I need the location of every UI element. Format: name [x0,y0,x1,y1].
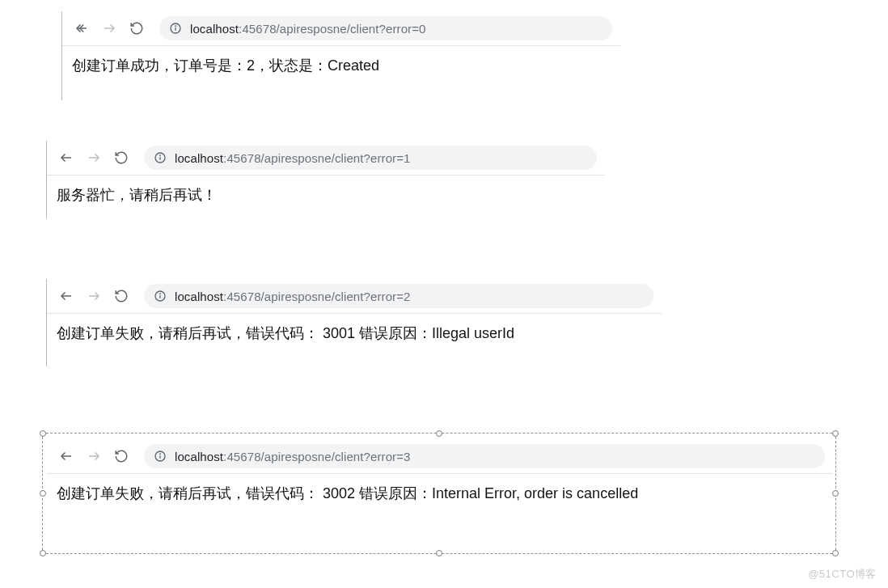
arrow-right-icon [102,21,116,36]
back-button[interactable] [55,445,78,467]
forward-button[interactable] [98,17,121,40]
arrow-left-icon [59,150,74,165]
resize-handle-icon[interactable] [436,550,442,556]
arrow-right-icon [87,150,101,165]
url-path: :45678/apiresposne/client?error=2 [223,290,410,303]
url-host: localhost [190,22,239,36]
browser-panel: localhost:45678/apiresposne/client?error… [47,141,605,222]
site-info-icon[interactable] [154,450,167,463]
url-path: :45678/apiresposne/client?error=0 [239,22,425,36]
resize-handle-icon[interactable] [832,550,839,556]
browser-panel: localhost:45678/apiresposne/client?error… [62,11,620,92]
url-text: localhost:45678/apiresposne/client?error… [175,450,410,463]
reload-button[interactable] [110,445,133,467]
address-bar[interactable]: localhost:45678/apiresposne/client?error… [144,146,597,170]
back-button[interactable] [55,285,78,307]
browser-toolbar: localhost:45678/apiresposne/client?error… [47,279,662,313]
reload-button[interactable] [110,285,133,307]
response-body: 创建订单成功，订单号是：2，状态是：Created [62,46,620,92]
back-button[interactable] [55,146,78,169]
browser-toolbar: localhost:45678/apiresposne/client?error… [47,439,833,473]
resize-handle-icon[interactable] [832,490,839,497]
url-host: localhost [175,151,223,165]
arrow-left-icon [74,21,89,36]
address-bar[interactable]: localhost:45678/apiresposne/client?error… [144,444,825,468]
arrow-right-icon [87,289,101,303]
response-body: 服务器忙，请稍后再试！ [47,176,605,222]
browser-panel: localhost:45678/apiresposne/client?error… [47,279,662,360]
panel-left-border [46,141,47,218]
reload-icon [114,289,129,303]
url-path: :45678/apiresposne/client?error=1 [223,151,410,165]
address-bar[interactable]: localhost:45678/apiresposne/client?error… [159,16,612,40]
arrow-right-icon [87,449,101,463]
svg-point-4 [175,26,176,27]
reload-icon [114,150,129,165]
url-text: localhost:45678/apiresposne/client?error… [175,290,410,303]
browser-panel: localhost:45678/apiresposne/client?error… [47,439,833,520]
url-host: localhost [175,290,223,303]
resize-handle-icon[interactable] [40,430,46,437]
reload-icon [129,21,144,36]
reload-button[interactable] [110,146,133,169]
arrow-left-icon [59,449,74,463]
reload-button[interactable] [125,17,148,40]
panel-left-border [61,11,62,100]
browser-toolbar: localhost:45678/apiresposne/client?error… [62,11,620,45]
forward-button[interactable] [82,285,105,307]
site-info-icon[interactable] [154,290,167,302]
arrow-left-icon [59,289,74,303]
resize-handle-icon[interactable] [832,430,839,437]
address-bar[interactable]: localhost:45678/apiresposne/client?error… [144,284,653,308]
url-text: localhost:45678/apiresposne/client?error… [175,151,410,165]
forward-button[interactable] [82,146,105,169]
resize-handle-icon[interactable] [40,490,46,497]
forward-button[interactable] [82,445,105,467]
site-info-icon[interactable] [154,151,167,164]
url-host: localhost [175,450,223,463]
svg-point-19 [160,454,161,455]
svg-point-14 [160,294,161,294]
resize-handle-icon[interactable] [40,550,46,556]
reload-icon [114,449,129,463]
watermark: @51CTO博客 [808,567,877,582]
response-body: 创建订单失败，请稍后再试，错误代码： 3002 错误原因：Internal Er… [47,474,833,520]
site-info-icon[interactable] [169,22,182,35]
back-button[interactable] [70,17,93,40]
panel-left-border [46,279,47,366]
resize-handle-icon[interactable] [436,430,442,437]
url-text: localhost:45678/apiresposne/client?error… [190,22,425,36]
browser-toolbar: localhost:45678/apiresposne/client?error… [47,141,605,175]
response-body: 创建订单失败，请稍后再试，错误代码： 3001 错误原因：Illegal use… [47,314,662,360]
url-path: :45678/apiresposne/client?error=3 [223,450,410,463]
svg-point-9 [160,155,161,156]
